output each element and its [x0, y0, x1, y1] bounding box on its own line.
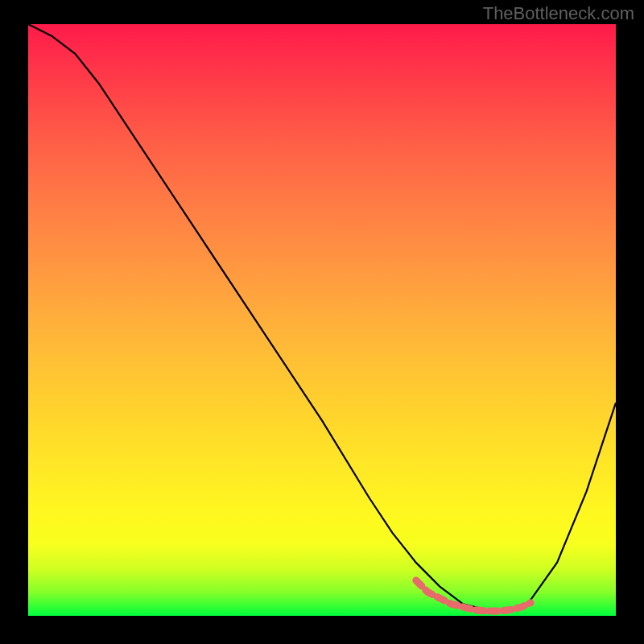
chart-svg: [28, 24, 616, 616]
bottleneck-curve-line: [28, 24, 616, 610]
chart-plot-area: [28, 24, 616, 616]
watermark-text: TheBottleneck.com: [483, 3, 634, 24]
